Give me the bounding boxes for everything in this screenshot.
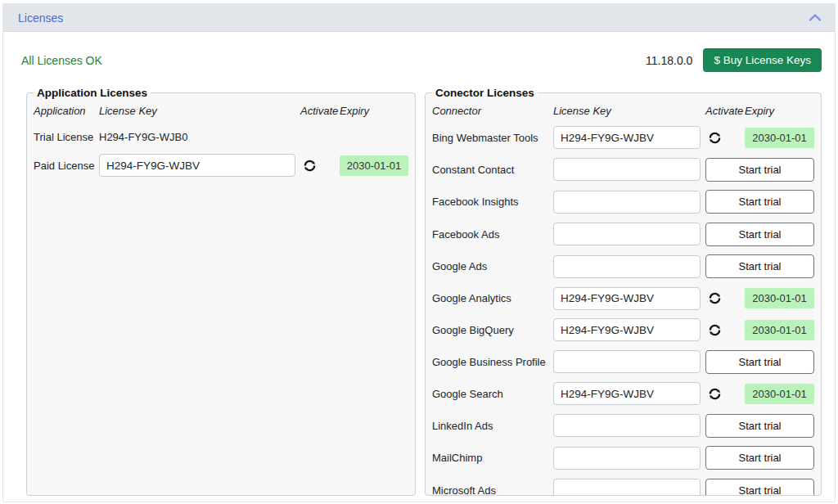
connector-licenses-panel: Conector Licenses Connector License Key …	[425, 87, 822, 496]
card-body: All Licenses OK 11.18.0.0 $ Buy License …	[3, 32, 835, 504]
column-header-expiry: Expiry	[745, 105, 814, 117]
application-licenses-legend: Application Licenses	[34, 87, 151, 99]
refresh-icon	[708, 291, 722, 305]
start-trial-button[interactable]: Start trial	[705, 446, 814, 470]
license-key-input[interactable]	[99, 154, 295, 177]
license-key-text: H294-FY9G-WJB0	[99, 131, 295, 143]
column-header-expiry: Expiry	[340, 105, 408, 117]
license-name-label: LinkedIn Ads	[432, 420, 548, 432]
column-header-license-key: License Key	[553, 105, 701, 117]
license-key-input[interactable]	[553, 255, 701, 278]
licenses-card: Licenses All Licenses OK 11.18.0.0 $ Buy…	[2, 3, 836, 502]
license-name-label: Microsoft Ads	[432, 484, 548, 497]
application-license-rows: Trial License H294-FY9G-WJB0 Paid Licens…	[34, 128, 408, 177]
license-name-label: Google Analytics	[432, 292, 548, 304]
expiry-badge: 2030-01-01	[340, 155, 408, 176]
start-trial-button[interactable]: Start trial	[705, 190, 814, 214]
license-name-label: MailChimp	[432, 452, 548, 464]
buy-license-keys-button[interactable]: $ Buy License Keys	[703, 48, 822, 72]
start-trial-button[interactable]: Start trial	[705, 223, 814, 246]
refresh-icon	[708, 323, 722, 337]
license-key-input[interactable]	[553, 191, 701, 214]
column-header-connector: Connector	[432, 105, 548, 117]
connector-licenses-header: Connector License Key Activate Expiry	[432, 105, 814, 117]
status-toolbar: All Licenses OK 11.18.0.0 $ Buy License …	[21, 48, 828, 72]
license-row: Facebook Ads Start trial	[432, 223, 814, 246]
expiry-badge: 2030-01-01	[745, 384, 814, 404]
accordion-header-licenses[interactable]: Licenses	[3, 4, 835, 32]
license-row: Trial License H294-FY9G-WJB0	[34, 128, 408, 146]
license-row: Google BigQuery 2030-01-01	[432, 318, 814, 341]
activate-refresh-button[interactable]	[708, 129, 724, 146]
application-licenses-header: Application License Key Activate Expiry	[34, 105, 408, 117]
license-key-input[interactable]	[553, 350, 701, 373]
license-key-input[interactable]	[553, 318, 701, 341]
license-name-label: Constant Contact	[432, 164, 548, 176]
column-header-activate: Activate	[705, 105, 740, 117]
license-row: Google Ads Start trial	[432, 254, 814, 278]
license-row: Paid License 2030-01-01	[34, 154, 408, 177]
license-name-label: Trial License	[34, 131, 94, 143]
license-row: Constant Contact Start trial	[432, 158, 814, 182]
expiry-badge: 2030-01-01	[745, 128, 814, 148]
license-name-label: Facebook Insights	[432, 196, 548, 208]
license-row: Facebook Insights Start trial	[432, 190, 814, 214]
start-trial-button[interactable]: Start trial	[705, 479, 814, 497]
license-row: Bing Webmaster Tools 2030-01-01	[432, 126, 814, 149]
license-key-input[interactable]	[553, 447, 701, 470]
panel-title: Licenses	[18, 11, 63, 25]
column-header-activate: Activate	[300, 105, 335, 117]
license-key-input[interactable]	[553, 479, 701, 496]
start-trial-button[interactable]: Start trial	[705, 158, 814, 182]
column-header-license-key: License Key	[99, 105, 295, 117]
license-row: Google Analytics 2030-01-01	[432, 287, 814, 310]
activate-refresh-button[interactable]	[708, 385, 724, 402]
license-name-label: Google BigQuery	[432, 324, 548, 336]
start-trial-button[interactable]: Start trial	[705, 254, 814, 278]
refresh-icon	[708, 131, 722, 145]
license-key-input[interactable]	[553, 126, 701, 149]
activate-refresh-button[interactable]	[708, 290, 724, 307]
connector-license-rows: Bing Webmaster Tools 2030-01-01 Constant…	[432, 126, 814, 496]
license-row: MailChimp Start trial	[432, 446, 814, 470]
expiry-badge: 2030-01-01	[745, 320, 814, 340]
refresh-icon	[303, 159, 317, 173]
column-header-application: Application	[34, 105, 94, 117]
license-key-input[interactable]	[553, 158, 701, 181]
expiry-badge: 2030-01-01	[745, 288, 814, 308]
license-key-input[interactable]	[553, 223, 701, 245]
license-status-text: All Licenses OK	[21, 54, 102, 67]
license-name-label: Bing Webmaster Tools	[432, 132, 548, 144]
license-key-input[interactable]	[553, 382, 701, 405]
license-row: LinkedIn Ads Start trial	[432, 414, 814, 438]
license-key-input[interactable]	[553, 287, 701, 310]
license-panels: Application Licenses Application License…	[26, 87, 828, 496]
start-trial-button[interactable]: Start trial	[705, 414, 814, 438]
license-row: Microsoft Ads Start trial	[432, 479, 814, 497]
connector-licenses-legend: Conector Licenses	[432, 87, 538, 99]
application-licenses-panel: Application Licenses Application License…	[26, 87, 416, 496]
license-name-label: Google Search	[432, 388, 548, 400]
chevron-up-icon[interactable]	[809, 14, 822, 21]
license-row: Google Search 2030-01-01	[432, 382, 814, 405]
version-label: 11.18.0.0	[646, 54, 692, 67]
refresh-icon	[708, 387, 722, 401]
license-name-label: Paid License	[34, 160, 94, 172]
activate-refresh-button[interactable]	[708, 322, 724, 338]
activate-refresh-button[interactable]	[303, 157, 319, 173]
license-name-label: Google Ads	[432, 260, 548, 272]
license-row: Google Business Profile Start trial	[432, 350, 814, 374]
license-name-label: Facebook Ads	[432, 228, 548, 241]
license-name-label: Google Business Profile	[432, 356, 548, 368]
start-trial-button[interactable]: Start trial	[705, 350, 814, 374]
license-key-input[interactable]	[553, 414, 701, 437]
